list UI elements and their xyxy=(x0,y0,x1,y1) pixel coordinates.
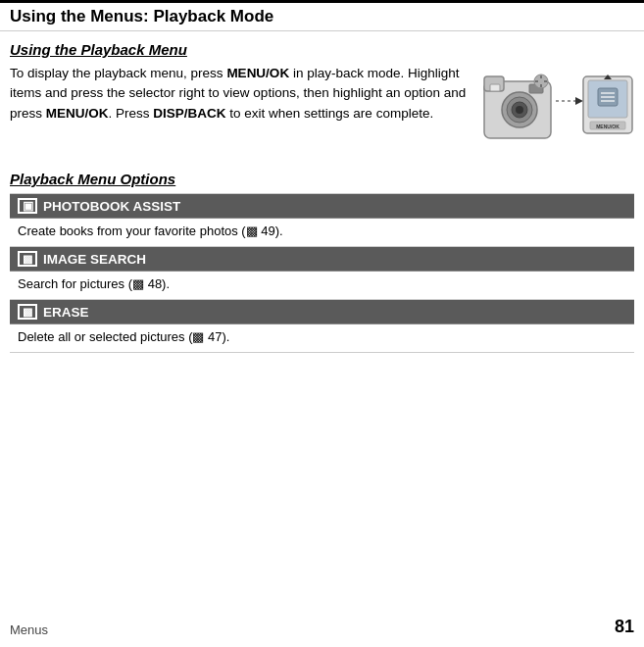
svg-point-5 xyxy=(516,106,523,114)
menu-item-description-image-search: Search for pictures (▩ 48). xyxy=(10,272,634,300)
svg-marker-14 xyxy=(575,97,583,105)
footer-menus-label: Menus xyxy=(10,622,48,637)
menu-item-label-erase: ERASE xyxy=(43,305,89,320)
svg-text:MENU/OK: MENU/OK xyxy=(596,124,619,129)
intro-block: To display the playback menu, press MENU… xyxy=(10,64,634,157)
camera-illustration: MENU/OK xyxy=(482,64,634,157)
menu-item-description-erase: Delete all or selected pictures (▩ 47). xyxy=(10,324,634,353)
content-area: Using the Playback Menu To display the p… xyxy=(0,31,644,363)
menu-ok-label-1: MENU/OK xyxy=(226,66,289,80)
intro-text-part3: . Press xyxy=(109,106,154,121)
menu-item-header-photobook: ▣ PHOTOBOOK ASSIST xyxy=(10,194,634,219)
camera-svg: MENU/OK xyxy=(482,67,634,155)
page-title: Using the Menus: Playback Mode xyxy=(10,7,273,26)
menu-ok-label-2: MENU/OK xyxy=(46,106,109,121)
footer: Menus 81 xyxy=(10,617,634,637)
photobook-icon: ▣ xyxy=(18,198,37,214)
menu-item-label-image-search: IMAGE SEARCH xyxy=(43,252,146,267)
intro-text-part4: to exit when settings are complete. xyxy=(226,106,434,121)
erase-icon: ▩ xyxy=(18,304,37,320)
playback-menu-options-title: Playback Menu Options xyxy=(10,171,634,187)
page: Using the Menus: Playback Mode Using the… xyxy=(0,0,644,647)
svg-rect-6 xyxy=(490,84,500,91)
menu-item-label-photobook: PHOTOBOOK ASSIST xyxy=(43,199,180,214)
image-search-icon: ▩ xyxy=(18,251,37,267)
menu-item-description-photobook: Create books from your favorite photos (… xyxy=(10,219,634,247)
intro-text-part1: To display the playback menu, press xyxy=(10,66,226,80)
disp-back-label: DISP/BACK xyxy=(153,106,225,121)
footer-page-number: 81 xyxy=(615,617,634,637)
page-header: Using the Menus: Playback Mode xyxy=(0,0,644,31)
intro-text: To display the playback menu, press MENU… xyxy=(10,64,472,157)
menu-item-header-erase: ▩ ERASE xyxy=(10,300,634,324)
menu-section: ▣ PHOTOBOOK ASSIST Create books from you… xyxy=(10,193,634,353)
section-title-playback-menu: Using the Playback Menu xyxy=(10,41,634,58)
menu-item-header-image-search: ▩ IMAGE SEARCH xyxy=(10,247,634,272)
